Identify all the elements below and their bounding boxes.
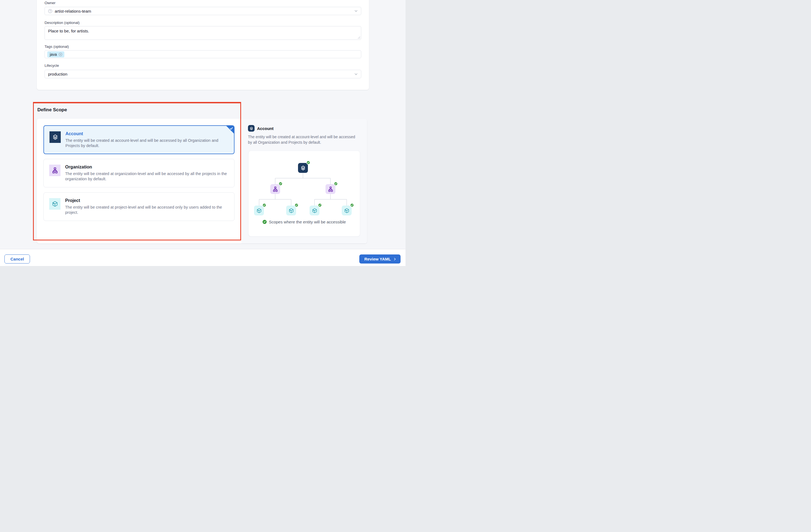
scope-option-description: The entity will be created at organizati…	[65, 171, 230, 182]
lifecycle-label: Lifecycle	[45, 63, 59, 67]
diagram-legend: Scopes where the entity will be accessib…	[248, 220, 360, 224]
lifecycle-select[interactable]: production	[45, 70, 361, 78]
check-badge-icon	[262, 203, 266, 207]
diagram-project-node	[309, 206, 319, 216]
check-circle-icon	[262, 220, 267, 224]
cancel-button[interactable]: Cancel	[4, 254, 30, 264]
diagram-organization-node	[270, 184, 280, 194]
check-badge-icon	[294, 203, 299, 207]
scope-option-project[interactable]: Project The entity will be created at pr…	[43, 192, 234, 221]
layers-icon	[49, 131, 61, 143]
tag-chip-label: java	[50, 52, 57, 57]
owner-label: Owner	[45, 1, 56, 5]
check-badge-icon	[318, 203, 322, 207]
org-chart-icon	[49, 165, 60, 176]
description-label: Description (optional)	[45, 21, 80, 25]
description-value: Place to be, for artists.	[48, 29, 89, 33]
description-textarea[interactable]: Place to be, for artists.	[45, 26, 361, 40]
scope-option-title: Organization	[65, 165, 92, 170]
tags-label: Tags (optional)	[45, 45, 69, 49]
scope-option-account[interactable]: Account The entity will be created at ac…	[43, 125, 234, 154]
chevron-down-icon[interactable]	[354, 72, 358, 76]
review-yaml-label: Review YAML	[364, 257, 391, 261]
define-scope-card: Account The entity will be created at ac…	[37, 119, 367, 244]
check-badge-icon	[278, 182, 282, 186]
check-badge-icon	[334, 182, 338, 186]
legend-text: Scopes where the entity will be accessib…	[269, 220, 346, 224]
diagram-project-node	[254, 206, 264, 216]
diagram-organization-node	[325, 184, 335, 194]
scope-detail-title: Account	[257, 126, 274, 131]
check-badge-icon	[306, 160, 310, 165]
chevron-down-icon[interactable]	[354, 9, 358, 13]
owner-value: artist-relations-team	[55, 9, 91, 14]
review-yaml-button[interactable]: Review YAML	[359, 254, 400, 264]
resize-handle-icon[interactable]	[358, 36, 361, 39]
question-circle-icon	[48, 9, 52, 13]
check-badge-icon	[350, 203, 354, 207]
scope-detail-description: The entity will be created at account-le…	[248, 135, 358, 145]
diagram-project-node	[286, 206, 296, 216]
scope-option-title: Project	[65, 198, 80, 203]
tag-chip: java	[47, 51, 64, 58]
entity-create-page: Owner artist-relations-team Description …	[0, 0, 406, 266]
layers-icon	[248, 125, 255, 131]
scope-option-title: Account	[65, 131, 83, 136]
cube-icon	[49, 198, 60, 210]
chevron-right-icon	[393, 257, 397, 261]
tags-input[interactable]: java	[45, 50, 361, 58]
diagram-project-node	[342, 206, 352, 216]
remove-tag-icon[interactable]	[59, 52, 62, 56]
scope-diagram-card: Scopes where the entity will be accessib…	[248, 151, 360, 237]
footer-bar: Cancel Review YAML	[0, 249, 406, 266]
scope-option-description: The entity will be created at account-le…	[65, 138, 230, 148]
scope-option-description: The entity will be created at project-le…	[65, 205, 230, 215]
selected-check-icon	[230, 127, 233, 130]
owner-select[interactable]: artist-relations-team	[45, 7, 361, 15]
lifecycle-value: production	[48, 72, 67, 76]
entity-details-card: Owner artist-relations-team Description …	[37, 0, 369, 90]
diagram-account-node	[298, 163, 308, 173]
scope-option-organization[interactable]: Organization The entity will be created …	[43, 159, 234, 187]
define-scope-heading: Define Scope	[37, 107, 67, 113]
